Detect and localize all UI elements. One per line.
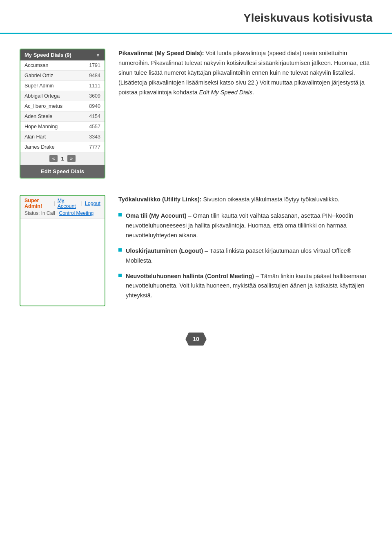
sep-2: | bbox=[81, 201, 82, 206]
page-footer: 10 bbox=[0, 323, 392, 352]
bullet-icon bbox=[118, 274, 122, 277]
page-title: Yleiskuvaus kotisivusta bbox=[20, 11, 372, 25]
widget-title: My Speed Dials (9) bbox=[24, 52, 96, 58]
description-text2: . bbox=[252, 89, 254, 96]
utility-description: Työkaluvalikko (Utility Links): Sivuston… bbox=[118, 195, 372, 306]
bullet-item: Uloskirjautuminen (Logout) – Tästä linki… bbox=[118, 246, 372, 266]
status-value: In Call bbox=[41, 210, 55, 216]
page-number-badge: 10 bbox=[185, 332, 207, 346]
dial-row: Hope Manning4557 bbox=[20, 122, 105, 132]
dial-rows-container: Accumsan1791Gabriel Ortiz9484Super Admin… bbox=[20, 60, 105, 152]
bullet-text: Oma tili (My Account) – Oman tilin kautt… bbox=[126, 211, 372, 241]
dial-name: Abbigail Ortega bbox=[24, 93, 60, 99]
dial-name: Alan Hart bbox=[24, 134, 46, 140]
dial-row: Abbigail Ortega3609 bbox=[20, 91, 105, 101]
utility-header-row: Super Admin! | My Account | Logout bbox=[24, 198, 100, 209]
bullet-item: Neuvotteluhuoneen hallinta (Control Meet… bbox=[118, 272, 372, 301]
dial-name: Accumsan bbox=[24, 62, 48, 68]
speed-dials-description: Pikavalinnat (My Speed Dials): Voit luod… bbox=[118, 49, 372, 178]
dial-name: Super Admin bbox=[24, 83, 54, 89]
bottom-section: Super Admin! | My Account | Logout Statu… bbox=[0, 195, 392, 306]
dial-row: Aden Steele4154 bbox=[20, 112, 105, 122]
dial-number: 1111 bbox=[89, 83, 100, 89]
bullet-bold: Neuvotteluhuoneen hallinta (Control Meet… bbox=[126, 273, 254, 279]
dial-name: James Drake bbox=[24, 144, 55, 150]
main-content: My Speed Dials (9) ▼ Accumsan1791Gabriel… bbox=[0, 49, 392, 178]
widget-pagination: « 1 » bbox=[20, 152, 105, 165]
page-header: Yleiskuvaus kotisivusta bbox=[0, 0, 392, 34]
dial-number: 7777 bbox=[89, 144, 100, 150]
dial-row: Ac_libero_metus8940 bbox=[20, 101, 105, 112]
description-bold-title: Pikavalinnat (My Speed Dials): bbox=[118, 50, 204, 56]
sep-1: | bbox=[54, 201, 55, 206]
utility-header: Super Admin! | My Account | Logout Statu… bbox=[20, 196, 105, 219]
dial-name: Ac_libero_metus bbox=[24, 103, 62, 109]
description-italic: Edit My Speed Dials bbox=[199, 89, 253, 96]
my-account-link[interactable]: My Account bbox=[58, 198, 79, 209]
dial-number: 3343 bbox=[89, 134, 100, 140]
widget-header: My Speed Dials (9) ▼ bbox=[20, 49, 105, 60]
utility-title-rest: Sivuston oikeasta yläkulmasta löytyy työ… bbox=[202, 196, 340, 203]
bullet-list: Oma tili (My Account) – Oman tilin kautt… bbox=[118, 211, 372, 301]
dial-number: 3609 bbox=[89, 93, 100, 99]
bullet-bold: Oma tili (My Account) bbox=[126, 212, 187, 219]
dial-number: 4154 bbox=[89, 114, 100, 119]
control-meeting-link[interactable]: Control Meeting bbox=[59, 210, 94, 216]
widget-dropdown-icon[interactable]: ▼ bbox=[96, 52, 100, 58]
super-admin-label: Super Admin! bbox=[24, 198, 51, 209]
utility-title-bold: Työkaluvalikko (Utility Links): bbox=[118, 196, 202, 203]
dial-row: James Drake7777 bbox=[20, 142, 105, 152]
dial-row: Super Admin1111 bbox=[20, 81, 105, 91]
dial-row: Alan Hart3343 bbox=[20, 132, 105, 142]
bullet-icon bbox=[118, 248, 122, 252]
status-label: Status: bbox=[24, 210, 40, 216]
bullet-icon bbox=[118, 213, 122, 216]
pagination-prev-button[interactable]: « bbox=[49, 155, 58, 162]
pagination-next-button[interactable]: » bbox=[67, 155, 76, 162]
dial-number: 8940 bbox=[89, 103, 100, 109]
logout-link[interactable]: Logout bbox=[85, 201, 100, 206]
dial-name: Gabriel Ortiz bbox=[24, 73, 53, 78]
dial-name: Hope Manning bbox=[24, 124, 58, 129]
pagination-current-page: 1 bbox=[59, 156, 65, 162]
bullet-text: Neuvotteluhuoneen hallinta (Control Meet… bbox=[126, 272, 372, 301]
dial-number: 1791 bbox=[89, 62, 100, 68]
speed-dials-widget: My Speed Dials (9) ▼ Accumsan1791Gabriel… bbox=[20, 49, 105, 178]
edit-speed-dials-button[interactable]: Edit Speed Dials bbox=[20, 165, 105, 178]
dial-row: Accumsan1791 bbox=[20, 60, 105, 71]
dial-number: 9484 bbox=[89, 73, 100, 78]
utility-widget: Super Admin! | My Account | Logout Statu… bbox=[20, 195, 105, 306]
description-paragraph: Pikavalinnat (My Speed Dials): Voit luod… bbox=[118, 49, 372, 98]
bullet-bold: Uloskirjautuminen (Logout) bbox=[126, 248, 203, 254]
status-sep: | bbox=[56, 210, 58, 216]
utility-title-paragraph: Työkaluvalikko (Utility Links): Sivuston… bbox=[118, 195, 372, 205]
dial-row: Gabriel Ortiz9484 bbox=[20, 71, 105, 81]
utility-status-row: Status: In Call | Control Meeting bbox=[24, 210, 100, 216]
bullet-item: Oma tili (My Account) – Oman tilin kautt… bbox=[118, 211, 372, 241]
bullet-text: Uloskirjautuminen (Logout) – Tästä linki… bbox=[126, 246, 372, 266]
dial-name: Aden Steele bbox=[24, 114, 52, 119]
dial-number: 4557 bbox=[89, 124, 100, 129]
